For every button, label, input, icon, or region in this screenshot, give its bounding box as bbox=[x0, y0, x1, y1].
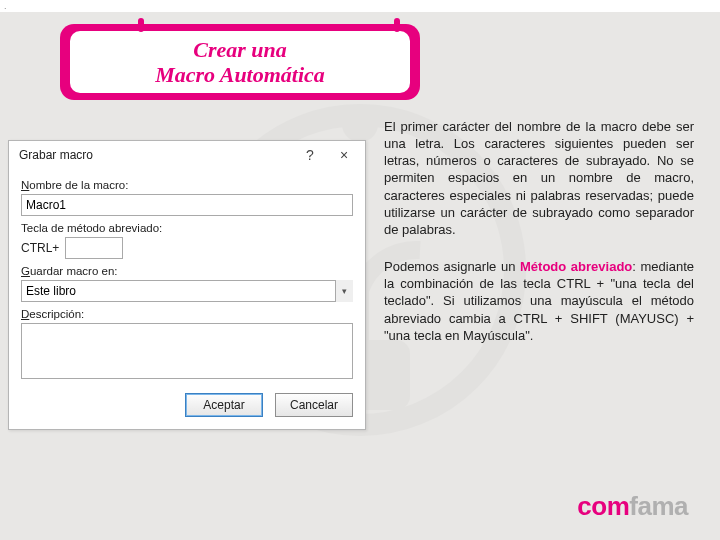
dialog-title: Grabar macro bbox=[19, 148, 293, 162]
description-textarea[interactable] bbox=[21, 323, 353, 379]
shortcut-label: Tecla de método abreviado: bbox=[21, 222, 353, 234]
ok-button[interactable]: Aceptar bbox=[185, 393, 263, 417]
store-select[interactable] bbox=[21, 280, 353, 302]
description-label: Descripción: bbox=[21, 308, 353, 320]
record-macro-dialog: Grabar macro ? × Nombre de la macro: Tec… bbox=[8, 140, 366, 430]
svg-point-1 bbox=[342, 106, 378, 142]
tiny-dot: · bbox=[4, 3, 7, 13]
shortcut-input[interactable] bbox=[65, 237, 123, 259]
store-label: Guardar macro en: bbox=[21, 265, 353, 277]
help-icon[interactable]: ? bbox=[293, 147, 327, 163]
brand-logo: comfama bbox=[577, 491, 688, 522]
shortcut-prefix: CTRL+ bbox=[21, 241, 59, 255]
chevron-down-icon[interactable]: ▾ bbox=[335, 280, 353, 302]
paragraph-1: El primer carácter del nombre de la macr… bbox=[384, 118, 694, 238]
dialog-titlebar: Grabar macro ? × bbox=[9, 141, 365, 169]
title-banner: Crear una Macro Automática bbox=[60, 24, 420, 100]
macro-name-label: Nombre de la macro: bbox=[21, 179, 353, 191]
paragraph-2: Podemos asignarle un Método abreviado: m… bbox=[384, 258, 694, 344]
cancel-button[interactable]: Cancelar bbox=[275, 393, 353, 417]
explanation-text: El primer carácter del nombre de la macr… bbox=[384, 118, 694, 364]
slide-title: Crear una Macro Automática bbox=[70, 31, 410, 93]
close-icon[interactable]: × bbox=[327, 147, 361, 163]
macro-name-input[interactable] bbox=[21, 194, 353, 216]
